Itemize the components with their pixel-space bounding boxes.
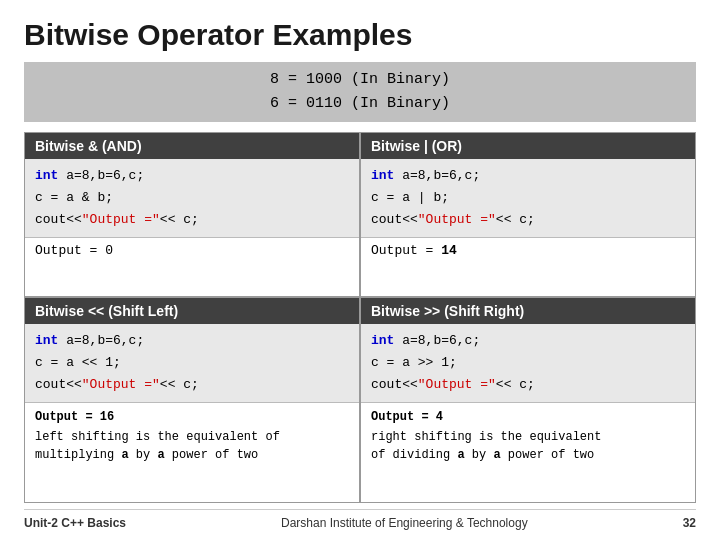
binary-line1: 8 = 1000 (In Binary) [34,68,686,92]
footer: Unit-2 C++ Basics Darshan Institute of E… [24,509,696,530]
operator-grid: Bitwise & (AND)int a=8,b=6,c;c = a & b;c… [24,132,696,503]
footer-left: Unit-2 C++ Basics [24,516,126,530]
operator-cell-or: Bitwise | (OR)int a=8,b=6,c;c = a | b;co… [360,132,696,297]
operator-output-shift-left: Output = 16left shifting is the equivale… [25,402,359,469]
binary-line2: 6 = 0110 (In Binary) [34,92,686,116]
footer-center: Darshan Institute of Engineering & Techn… [281,516,528,530]
operator-output-shift-right: Output = 4right shifting is the equivale… [361,402,695,469]
operator-output-and: Output = 0 [25,237,359,263]
footer-right: 32 [683,516,696,530]
slide: Bitwise Operator Examples 8 = 1000 (In B… [0,0,720,540]
operator-cell-shift-left: Bitwise << (Shift Left)int a=8,b=6,c;c =… [24,297,360,503]
operator-header-shift-right: Bitwise >> (Shift Right) [361,298,695,324]
operator-code-shift-left: int a=8,b=6,c;c = a << 1;cout<<"Output =… [25,324,359,402]
slide-title: Bitwise Operator Examples [24,18,696,52]
operator-output-or: Output = 14 [361,237,695,263]
operator-code-or: int a=8,b=6,c;c = a | b;cout<<"Output ="… [361,159,695,237]
operator-header-shift-left: Bitwise << (Shift Left) [25,298,359,324]
operator-code-shift-right: int a=8,b=6,c;c = a >> 1;cout<<"Output =… [361,324,695,402]
operator-cell-shift-right: Bitwise >> (Shift Right)int a=8,b=6,c;c … [360,297,696,503]
operator-header-or: Bitwise | (OR) [361,133,695,159]
operator-cell-and: Bitwise & (AND)int a=8,b=6,c;c = a & b;c… [24,132,360,297]
operator-header-and: Bitwise & (AND) [25,133,359,159]
operator-code-and: int a=8,b=6,c;c = a & b;cout<<"Output ="… [25,159,359,237]
binary-box: 8 = 1000 (In Binary) 6 = 0110 (In Binary… [24,62,696,122]
